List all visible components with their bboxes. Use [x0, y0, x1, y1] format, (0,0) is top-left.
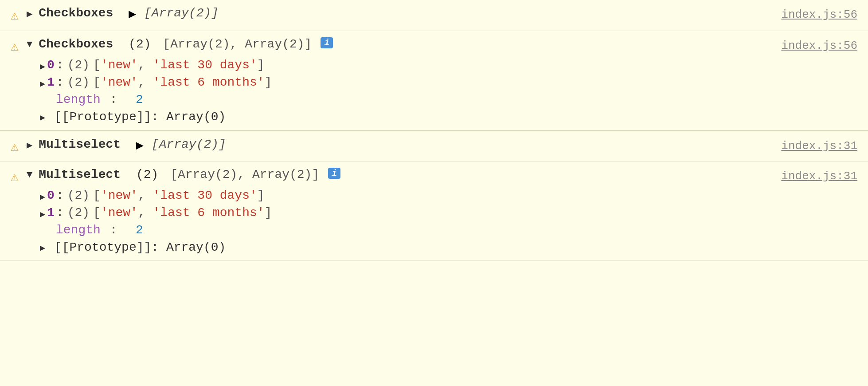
- string-val-2-0-1: 'last 30 days': [153, 58, 257, 72]
- array-item-2-0: ▶ 0 : (2) [ 'new' , 'last 30 days' ]: [40, 56, 868, 74]
- array-bracket-4: [Array(2), Array(2)]: [163, 168, 319, 181]
- expand-arrow-4[interactable]: ▼: [27, 169, 32, 181]
- warning-icon-2: ⚠: [11, 38, 19, 55]
- index-count-2-1: (2): [67, 75, 90, 89]
- label-multiselect-3: Multiselect: [39, 138, 121, 151]
- length-key-4: length: [56, 223, 101, 237]
- prototype-row-2: ▶ [[Prototype]]: Array(0): [40, 108, 868, 130]
- index-key-4-1: 1: [47, 206, 55, 220]
- length-value-2: 2: [136, 93, 143, 106]
- index-count-2-0: (2): [67, 58, 90, 72]
- file-ref-4[interactable]: index.js:31: [772, 168, 857, 183]
- index-colon-2-1: :: [56, 75, 64, 89]
- comma-2-0: ,: [138, 58, 153, 72]
- label-checkboxes-1: Checkboxes: [39, 6, 113, 20]
- row-left-4: ⚠ ▼ Multiselect (2) [Array(2), Array(2)]…: [11, 168, 772, 185]
- file-ref-2[interactable]: index.js:56: [772, 37, 857, 52]
- length-row-4: length : 2: [40, 221, 868, 239]
- console-panel: ⚠ ▶ Checkboxes ▶ [Array(2)] index.js:56 …: [0, 0, 868, 261]
- string-val-4-0-1: 'last 30 days': [153, 189, 257, 202]
- close-bracket-2-1: ]: [265, 75, 272, 89]
- comma-4-0: ,: [138, 189, 153, 202]
- index-key-2-1: 1: [47, 75, 55, 89]
- array-item-2-1: ▶ 1 : (2) [ 'new' , 'last 6 months' ]: [40, 74, 868, 91]
- row-left-1: ⚠ ▶ Checkboxes ▶ [Array(2)]: [11, 6, 772, 24]
- length-value-4: 2: [136, 223, 143, 237]
- array-count-2: (2): [121, 37, 151, 51]
- warning-icon-3: ⚠: [11, 138, 19, 155]
- expand-arrow-2[interactable]: ▼: [27, 39, 32, 50]
- prototype-text-2: [[Prototype]]: Array(0): [55, 110, 226, 124]
- proto-arrow-2[interactable]: ▶: [40, 113, 45, 123]
- index-colon-2-0: :: [56, 58, 64, 72]
- index-colon-4-0: :: [56, 189, 64, 202]
- expanded-content-2: ▶ 0 : (2) [ 'new' , 'last 30 days' ] ▶ 1…: [0, 56, 868, 130]
- item-arrow-2-0[interactable]: ▶: [40, 61, 45, 72]
- string-val-4-0-0: 'new': [101, 189, 138, 202]
- array-summary-1: [Array(2)]: [144, 6, 219, 20]
- array-inner-2-1: [: [93, 75, 101, 89]
- item-arrow-4-1[interactable]: ▶: [40, 209, 45, 220]
- row-left-2: ⚠ ▼ Checkboxes (2) [Array(2), Array(2)] …: [11, 37, 772, 55]
- arrow-separator-1: ▶: [121, 6, 136, 21]
- index-count-4-0: (2): [67, 189, 90, 202]
- item-arrow-2-1[interactable]: ▶: [40, 78, 45, 89]
- string-val-2-0-0: 'new': [101, 58, 138, 72]
- length-colon-4: :: [110, 223, 125, 237]
- console-row-3: ⚠ ▶ Multiselect ▶ [Array(2)] index.js:31: [0, 130, 868, 161]
- file-ref-3[interactable]: index.js:31: [772, 138, 857, 153]
- prototype-text-4: [[Prototype]]: Array(0): [55, 240, 226, 254]
- array-inner-4-0: [: [93, 189, 101, 202]
- comma-2-1: ,: [138, 75, 153, 89]
- length-key-2: length: [56, 93, 101, 106]
- console-row-1: ⚠ ▶ Checkboxes ▶ [Array(2)] index.js:56: [0, 0, 868, 31]
- row-left-3: ⚠ ▶ Multiselect ▶ [Array(2)]: [11, 138, 772, 155]
- index-key-4-0: 0: [47, 189, 55, 202]
- expand-arrow-3[interactable]: ▶: [27, 139, 32, 151]
- array-bracket-2: [Array(2), Array(2)]: [156, 37, 312, 51]
- console-row-2: ⚠ ▼ Checkboxes (2) [Array(2), Array(2)] …: [0, 31, 868, 130]
- array-inner-2-0: [: [93, 58, 101, 72]
- string-val-4-1-0: 'new': [101, 206, 138, 220]
- row-header-2: ⚠ ▼ Checkboxes (2) [Array(2), Array(2)] …: [0, 31, 868, 56]
- array-item-4-0: ▶ 0 : (2) [ 'new' , 'last 30 days' ]: [40, 187, 868, 204]
- index-count-4-1: (2): [67, 206, 90, 220]
- label-multiselect-4: Multiselect: [39, 168, 121, 181]
- array-inner-4-1: [: [93, 206, 101, 220]
- string-val-2-1-0: 'new': [101, 75, 138, 89]
- file-ref-1[interactable]: index.js:56: [772, 6, 857, 21]
- label-checkboxes-2: Checkboxes: [39, 37, 113, 51]
- array-item-4-1: ▶ 1 : (2) [ 'new' , 'last 6 months' ]: [40, 204, 868, 221]
- string-val-4-1-1: 'last 6 months': [153, 206, 265, 220]
- console-row-4: ⚠ ▼ Multiselect (2) [Array(2), Array(2)]…: [0, 161, 868, 261]
- array-count-4: (2): [129, 168, 158, 181]
- row-header-4: ⚠ ▼ Multiselect (2) [Array(2), Array(2)]…: [0, 161, 868, 187]
- info-badge-4[interactable]: i: [328, 168, 340, 179]
- warning-icon-1: ⚠: [11, 7, 19, 24]
- proto-arrow-4[interactable]: ▶: [40, 243, 45, 253]
- comma-4-1: ,: [138, 206, 153, 220]
- expand-arrow-1[interactable]: ▶: [27, 8, 32, 20]
- arrow-separator-3: ▶: [129, 138, 144, 153]
- warning-icon-4: ⚠: [11, 169, 19, 185]
- expanded-content-4: ▶ 0 : (2) [ 'new' , 'last 30 days' ] ▶ 1…: [0, 187, 868, 260]
- item-arrow-4-0[interactable]: ▶: [40, 191, 45, 202]
- length-row-2: length : 2: [40, 91, 868, 108]
- prototype-row-4: ▶ [[Prototype]]: Array(0): [40, 239, 868, 260]
- length-colon-2: :: [110, 93, 125, 106]
- index-colon-4-1: :: [56, 206, 64, 220]
- close-bracket-4-0: ]: [257, 189, 265, 202]
- close-bracket-4-1: ]: [265, 206, 272, 220]
- array-summary-3: [Array(2)]: [152, 138, 226, 151]
- close-bracket-2-0: ]: [257, 58, 265, 72]
- index-key-2-0: 0: [47, 58, 55, 72]
- info-badge-2[interactable]: i: [321, 37, 333, 48]
- string-val-2-1-1: 'last 6 months': [153, 75, 265, 89]
